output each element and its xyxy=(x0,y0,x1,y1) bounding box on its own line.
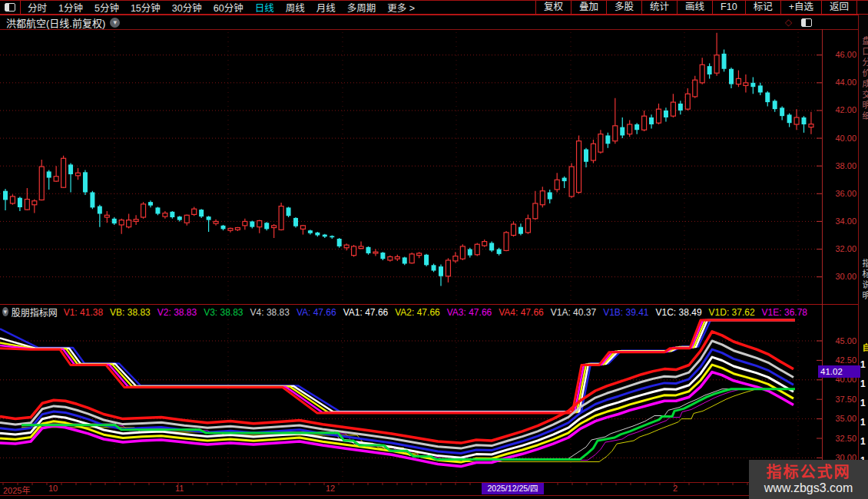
main-axis-label: 42.00 xyxy=(823,105,856,114)
bottom-clipped-row: 分时 多日 xyxy=(0,496,858,499)
tool-button-统计[interactable]: 统计 xyxy=(641,1,677,14)
strip-digit: 1 xyxy=(860,398,866,408)
indicator-source-label: 股朋指标网 xyxy=(12,306,58,318)
main-axis-label: 40.00 xyxy=(823,134,856,143)
main-axis-label: 38.00 xyxy=(823,161,856,170)
diamond-icon[interactable]: ◇ xyxy=(785,17,792,28)
period-tab-1分钟[interactable]: 1分钟 xyxy=(58,0,83,15)
watermark-url: www.zbgs3.com xyxy=(764,481,853,495)
panel-layout-icon[interactable] xyxy=(801,18,812,27)
indicator-axis-label: 45.00 xyxy=(823,336,856,345)
tool-button-叠加[interactable]: 叠加 xyxy=(571,1,606,14)
main-axis-label: 32.00 xyxy=(823,244,856,253)
period-tab-分时[interactable]: 分时 xyxy=(28,0,47,15)
indicator-values: V1: 41.38VB: 38.83V2: 38.83V3: 38.83V4: … xyxy=(64,306,814,318)
layout-toggle-button[interactable] xyxy=(0,1,21,14)
crosshair-price-label: 41.02 xyxy=(818,365,860,378)
period-tab-月线[interactable]: 月线 xyxy=(316,0,336,15)
chevron-down-icon[interactable]: ▾ xyxy=(2,307,8,316)
strip-mid-text: 指标说明 xyxy=(860,259,868,302)
chevron-down-icon[interactable]: ▾ xyxy=(110,18,120,28)
month-label-11: 11 xyxy=(175,484,184,493)
title-mini-icons: ◇ xyxy=(785,17,812,28)
main-axis-label: 34.00 xyxy=(823,216,856,226)
period-tab-更多 >[interactable]: 更多 > xyxy=(387,0,415,15)
indicator-value-V1: V1: 41.38 xyxy=(64,307,103,318)
indicator-value-V1A: V1A: 40.37 xyxy=(551,307,596,318)
month-label-2: 2 xyxy=(673,484,678,493)
period-tab-15分钟[interactable]: 15分钟 xyxy=(131,0,161,15)
border-title xyxy=(0,29,858,30)
period-tab-60分钟[interactable]: 60分钟 xyxy=(214,0,244,15)
watermark-title: 指标公式网 xyxy=(767,464,851,481)
tool-button-+自选[interactable]: +自选 xyxy=(780,1,821,14)
period-tab-日线[interactable]: 日线 xyxy=(255,0,274,15)
border-axis-left xyxy=(822,29,823,496)
indicator-value-V2: V2: 38.83 xyxy=(157,307,197,318)
indicator-value-VA: VA: 47.66 xyxy=(297,307,336,318)
indicator-value-VB: VB: 38.83 xyxy=(110,307,151,318)
main-axis-label: 46.00 xyxy=(823,50,856,59)
tool-button-多股[interactable]: 多股 xyxy=(606,1,641,14)
stock-title: 洪都航空(日线.前复权) xyxy=(6,15,105,30)
tool-button-返回[interactable]: 返回 xyxy=(821,1,857,14)
indicator-value-VA2: VA2: 47.66 xyxy=(395,307,440,318)
indicator-axis-label: 42.50 xyxy=(823,355,856,365)
indicator-value-V1E: V1E: 36.78 xyxy=(762,307,807,318)
period-tab-5分钟[interactable]: 5分钟 xyxy=(94,0,119,15)
period-tab-30分钟[interactable]: 30分钟 xyxy=(172,0,202,15)
main-axis-label: 44.00 xyxy=(823,78,856,87)
main-axis-label: 30.00 xyxy=(823,272,856,281)
period-tab-多周期[interactable]: 多周期 xyxy=(347,0,376,15)
strip-top-text: 盘口分价成交明细 xyxy=(860,36,868,122)
indicator-value-V1C: V1C: 38.49 xyxy=(656,307,702,318)
main-axis-label: 36.00 xyxy=(823,189,856,198)
strip-tab-label[interactable]: 自 xyxy=(860,343,868,354)
watermark: 指标公式网 www.zbgs3.com xyxy=(749,460,868,499)
indicator-value-VA3: VA3: 47.66 xyxy=(447,307,492,318)
period-tab-周线[interactable]: 周线 xyxy=(286,0,305,15)
strip-digit: 1 xyxy=(860,437,866,446)
panel-layout-icon xyxy=(5,3,15,12)
indicator-header: ▾ 股朋指标网 V1: 41.38VB: 38.83V2: 38.83V3: 3… xyxy=(0,306,814,318)
selected-date-label: 2025/12/25/四 xyxy=(482,483,544,494)
strip-digit: 1 xyxy=(860,418,866,427)
date-axis: 2025年 1011122 2025/12/25/四 xyxy=(0,482,858,495)
indicator-value-V1D: V1D: 37.62 xyxy=(709,307,755,318)
indicator-axis-label: 37.50 xyxy=(823,395,856,404)
indicator-value-V1B: V1B: 39.41 xyxy=(603,307,648,318)
toolbar: 分时1分钟5分钟15分钟30分钟60分钟日线周线月线多周期更多 > 复权叠加多股… xyxy=(0,1,868,14)
border-indicator xyxy=(0,304,858,305)
tool-button-标记[interactable]: 标记 xyxy=(745,1,780,14)
title-bar: 洪都航空(日线.前复权) ▾ ◇ xyxy=(0,15,858,29)
indicator-value-V4: V4: 38.83 xyxy=(250,307,290,318)
chart-canvas xyxy=(0,0,868,499)
right-sidebar-strip[interactable]: 盘口分价成交明细 指标说明 自 1111111 xyxy=(859,15,868,499)
tools-menu: 复权叠加多股统计画线F10标记+自选返回 xyxy=(535,1,857,14)
month-label-10: 10 xyxy=(48,484,58,493)
indicator-value-V3: V3: 38.83 xyxy=(204,307,243,318)
strip-digit: 1 xyxy=(860,379,866,388)
indicator-value-VA1: VA1: 47.66 xyxy=(343,307,389,318)
month-label-12: 12 xyxy=(326,484,335,493)
indicator-axis-label: 32.50 xyxy=(823,434,856,443)
indicator-axis-label: 35.00 xyxy=(823,414,856,423)
indicator-value-VA4: VA4: 47.66 xyxy=(499,307,544,318)
year-label: 2025年 xyxy=(3,484,30,496)
tool-button-画线[interactable]: 画线 xyxy=(677,1,712,14)
tool-button-复权[interactable]: 复权 xyxy=(535,1,571,14)
tool-button-F10[interactable]: F10 xyxy=(712,1,745,14)
app-window: 分时1分钟5分钟15分钟30分钟60分钟日线周线月线多周期更多 > 复权叠加多股… xyxy=(0,0,868,499)
strip-digit: 1 xyxy=(860,360,866,369)
